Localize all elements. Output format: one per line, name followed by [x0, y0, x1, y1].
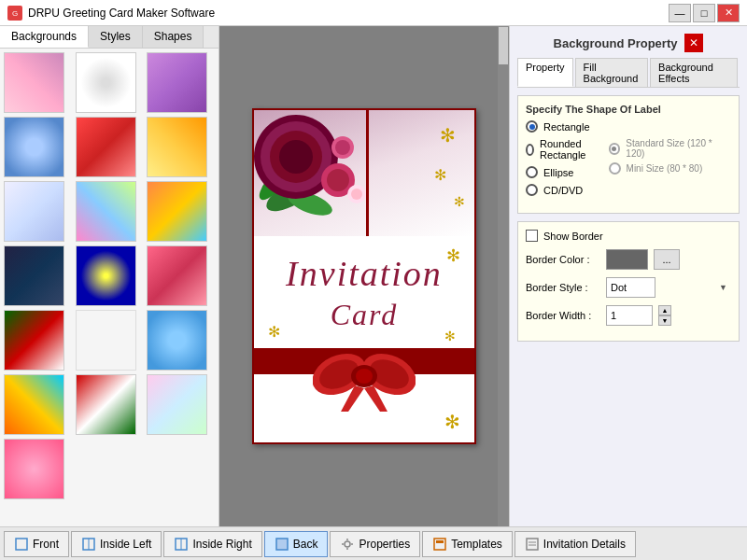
inside-right-button[interactable]: Inside Right: [163, 531, 261, 557]
list-item[interactable]: [147, 117, 207, 177]
maximize-button[interactable]: □: [693, 4, 715, 22]
star-decoration-3: ✻: [454, 194, 465, 209]
size-mini: Mini Size (80 * 80): [609, 162, 731, 175]
panel-title: Background Property: [554, 36, 678, 50]
border-color-swatch[interactable]: [606, 249, 648, 270]
invitation-details-button[interactable]: Invitation Details: [514, 531, 636, 557]
border-color-picker-button[interactable]: ...: [654, 249, 680, 270]
border-width-row: Border Width : ▲ ▼: [526, 305, 731, 326]
list-item[interactable]: [76, 117, 136, 177]
radio-cd-dvd[interactable]: CD/DVD: [526, 184, 590, 196]
canvas-scrollbar[interactable]: [498, 26, 509, 526]
left-panel: Backgrounds Styles Shapes: [0, 26, 219, 526]
rounded-and-sizes: Rounded Rectangle Ellipse CD/DVD: [526, 138, 731, 196]
inside-left-icon: [81, 537, 96, 552]
list-item[interactable]: [76, 374, 136, 435]
svg-point-12: [335, 140, 350, 155]
border-width-spinner: ▲ ▼: [658, 305, 671, 326]
list-item[interactable]: [4, 310, 64, 371]
right-tabs: Property Fill Background Background Effe…: [517, 58, 740, 88]
star-decoration: ✻: [440, 124, 456, 147]
app-title: DRPU Greeting Card Maker Software: [28, 7, 663, 20]
radio-rounded-rectangle[interactable]: Rounded Rectangle: [526, 138, 590, 161]
spin-down-button[interactable]: ▼: [658, 315, 671, 326]
list-item[interactable]: [147, 245, 207, 306]
svg-text:G: G: [12, 9, 18, 18]
list-item[interactable]: [147, 181, 207, 242]
spin-up-button[interactable]: ▲: [658, 305, 671, 315]
close-button[interactable]: ✕: [717, 4, 740, 22]
border-style-select[interactable]: Dot Solid Dash DashDot: [606, 277, 655, 298]
list-item[interactable]: [4, 245, 64, 306]
size-standard-label: Standard Size (120 * 120): [626, 138, 731, 159]
tab-background-effects[interactable]: Background Effects: [650, 58, 738, 87]
properties-label: Properties: [359, 538, 410, 551]
gear-icon: [340, 537, 355, 552]
border-width-input[interactable]: [606, 305, 653, 326]
scrollbar-thumb: [499, 27, 508, 64]
svg-rect-32: [434, 539, 445, 550]
card-bow: [313, 342, 416, 412]
list-item[interactable]: [4, 181, 64, 242]
title-bar: G DRPU Greeting Card Maker Software — □ …: [0, 0, 747, 26]
list-item[interactable]: [4, 52, 64, 113]
list-item[interactable]: [147, 310, 207, 371]
radio-rectangle[interactable]: Rectangle: [526, 120, 731, 133]
list-item[interactable]: [76, 181, 136, 242]
card-text-area: Invitation Card ✻ ✻ ✻: [254, 236, 474, 348]
inside-left-label: Inside Left: [100, 538, 151, 551]
thumbnail-grid: [0, 49, 218, 526]
tab-backgrounds[interactable]: Backgrounds: [0, 26, 89, 48]
svg-rect-26: [276, 539, 288, 550]
radio-circle-cd: [526, 184, 538, 196]
invitation-text: Invitation: [286, 253, 443, 294]
radio-label-rounded: Rounded Rectangle: [540, 138, 590, 161]
front-button[interactable]: Front: [4, 531, 69, 557]
list-item[interactable]: [4, 374, 64, 435]
panel-close-button[interactable]: ✕: [684, 34, 703, 52]
list-item[interactable]: [4, 117, 64, 177]
svg-point-14: [351, 189, 362, 200]
inside-right-icon: [174, 537, 189, 552]
svg-point-27: [345, 541, 350, 547]
radio-circle-mini: [609, 162, 621, 175]
border-style-row: Border Style : Dot Solid Dash DashDot: [526, 277, 731, 298]
radio-ellipse[interactable]: Ellipse: [526, 166, 573, 178]
back-icon: [275, 537, 289, 552]
inside-right-label: Inside Right: [192, 538, 251, 551]
radio-circle-standard: [609, 143, 621, 155]
border-color-label: Border Color :: [526, 254, 600, 265]
properties-button[interactable]: Properties: [330, 531, 420, 557]
tab-styles[interactable]: Styles: [89, 26, 143, 48]
bottom-star: ✻: [444, 411, 460, 433]
shape-section: Specify The Shape Of Label Rectangle Rou…: [517, 95, 740, 214]
list-item[interactable]: [76, 310, 136, 371]
tab-fill-background[interactable]: Fill Background: [575, 58, 648, 87]
templates-button[interactable]: Templates: [422, 531, 513, 557]
size-mini-label: Mini Size (80 * 80): [627, 163, 703, 174]
radio-label-ellipse: Ellipse: [543, 167, 573, 178]
radio-circle-rectangle: [526, 120, 538, 133]
show-border-checkbox[interactable]: Show Border: [526, 230, 731, 242]
flower-arrangement: [252, 108, 375, 231]
tab-property[interactable]: Property: [517, 58, 573, 87]
svg-point-29: [346, 548, 348, 550]
card-header-bg: ✻ ✻ ✻: [254, 110, 474, 236]
details-icon: [525, 537, 540, 552]
list-item[interactable]: [76, 52, 136, 113]
tab-shapes[interactable]: Shapes: [143, 26, 204, 48]
list-item[interactable]: [4, 439, 64, 499]
ellipse-row: Ellipse: [526, 166, 590, 178]
inside-left-button[interactable]: Inside Left: [71, 531, 162, 557]
shape-options: Rectangle Rounded Rectangle Ellipse: [526, 120, 731, 196]
back-button[interactable]: Back: [264, 531, 329, 557]
list-item[interactable]: [147, 52, 207, 113]
svg-point-8: [279, 140, 313, 174]
shape-section-label: Specify The Shape Of Label: [526, 104, 731, 115]
show-border-label: Show Border: [543, 231, 603, 242]
left-options: Rounded Rectangle Ellipse CD/DVD: [526, 138, 590, 196]
list-item[interactable]: [76, 245, 136, 306]
minimize-button[interactable]: —: [669, 4, 691, 22]
list-item[interactable]: [147, 374, 207, 435]
back-label: Back: [293, 538, 318, 551]
